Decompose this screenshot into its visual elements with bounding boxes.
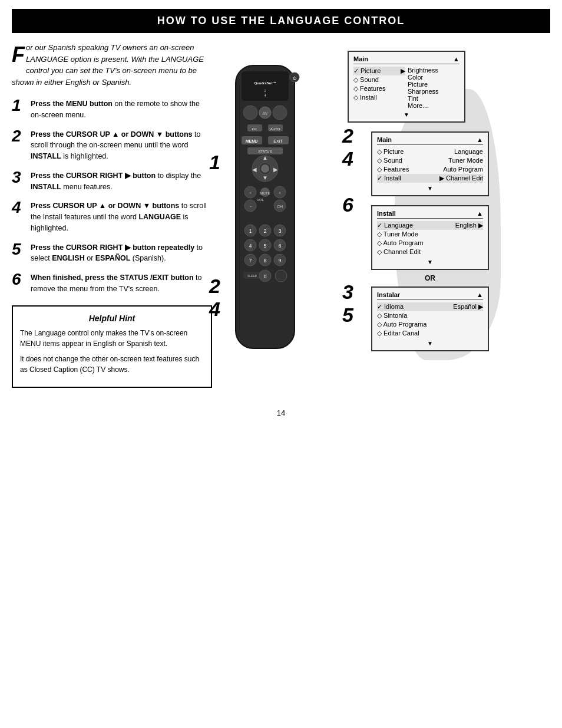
- menu-row-idioma: ✓ IdiomaEspañol ▶: [377, 302, 483, 311]
- svg-text:MUTE: MUTE: [260, 192, 270, 195]
- screen-left-1: ✓ Picture▶ ◇ Sound ◇ Features ◇ Install: [353, 67, 405, 109]
- svg-text:+: +: [249, 191, 252, 195]
- right-column: 1 24 246 35 QuadraSur™ 2 4 ⏻: [218, 42, 560, 388]
- menu-row-features-2: ◇ FeaturesAuto Program: [377, 165, 483, 174]
- svg-text:4: 4: [265, 94, 266, 97]
- step-3-text: Press the CURSOR RIGHT ▶ but­ton to disp…: [31, 170, 212, 193]
- sub-color: Color: [408, 74, 459, 81]
- svg-text:CC: CC: [252, 127, 257, 131]
- page-header: How to Use the Language Control: [12, 9, 550, 33]
- left-column: For our Spanish speaking TV owners an on…: [12, 42, 212, 388]
- svg-point-7: [243, 106, 257, 120]
- step-6: 6 When finished, press the STATUS /EXIT …: [12, 272, 212, 295]
- page-wrapper: How to Use the Language Control For our …: [0, 0, 562, 426]
- step-4-number: 4: [12, 199, 26, 216]
- screen-title-2: Main: [377, 136, 392, 143]
- svg-text:5: 5: [263, 243, 266, 249]
- sub-picture: Picture: [408, 81, 459, 88]
- step-3-number: 3: [12, 169, 26, 186]
- intro-paragraph: For our Spanish speaking TV owners an on…: [12, 42, 212, 88]
- svg-text:▲: ▲: [262, 154, 268, 161]
- menu-row-autoprograma: ◇ Auto Programa: [377, 320, 483, 329]
- svg-point-61: [275, 270, 287, 282]
- step-6-text: When finished, press the STATUS /EXIT bu…: [31, 272, 212, 295]
- sub-more: More...: [408, 102, 459, 109]
- svg-text:0: 0: [263, 274, 266, 279]
- step-3: 3 Press the CURSOR RIGHT ▶ but­ton to di…: [12, 170, 212, 193]
- hint-text-1: The Language control only makes the TV's…: [20, 328, 204, 349]
- or-label: OR: [371, 274, 489, 282]
- step-4: 4 Press CURSOR UP ▲ or DOWN ▼ buttons to…: [12, 200, 212, 233]
- menu-row-install: ◇ Install: [353, 93, 405, 102]
- helpful-hint-box: Helpful Hint The Language control only m…: [12, 305, 212, 388]
- svg-text:▶: ▶: [273, 166, 278, 173]
- menu-row-auto: ◇ Auto Program: [377, 239, 483, 248]
- screen-title-4: Instalar: [377, 291, 400, 298]
- svg-text:3: 3: [278, 228, 281, 234]
- step-badge-24-left: 24: [209, 275, 220, 321]
- step-2: 2 Press the CURSOR UP ▲ or DOWN ▼ button…: [12, 129, 212, 162]
- svg-text:◀: ◀: [252, 166, 257, 173]
- svg-text:AV: AV: [263, 111, 268, 116]
- arrow-up-2: ▲: [477, 136, 483, 143]
- step-5: 5 Press the CURSOR RIGHT ▶ but­ton repea…: [12, 242, 212, 265]
- screens-area: Main ▲ ✓ Picture▶ ◇ Sound ◇ Features ◇ I…: [324, 48, 489, 356]
- step-4-text: Press CURSOR UP ▲ or DOWN ▼ buttons to s…: [31, 200, 212, 233]
- screen-title-3: Install: [377, 210, 396, 217]
- svg-text:7: 7: [249, 258, 252, 263]
- main-content: For our Spanish speaking TV owners an on…: [0, 33, 562, 397]
- svg-text:2: 2: [265, 89, 266, 93]
- screen-footer-2: ▼: [377, 185, 483, 192]
- screen-main-menu-install: Main ▲ ◇ PictureLanguage ◇ SoundTuner Mo…: [371, 131, 489, 196]
- sub-brightness: Brightness: [408, 67, 459, 74]
- svg-text:9: 9: [278, 258, 281, 263]
- screen-footer-4: ▼: [377, 340, 483, 347]
- step-2-number: 2: [12, 128, 26, 144]
- sub-tint: Tint: [408, 95, 459, 102]
- svg-text:AUTO: AUTO: [270, 127, 280, 131]
- svg-text:+: +: [279, 191, 281, 195]
- intro-text: or our Spanish speaking TV owners an on-…: [12, 43, 204, 87]
- page-number: 14: [0, 409, 562, 426]
- svg-point-27: [261, 164, 269, 173]
- svg-text:2: 2: [263, 228, 266, 234]
- svg-text:SLEEP: SLEEP: [247, 274, 257, 278]
- hint-title: Helpful Hint: [20, 314, 204, 323]
- remote-svg: QuadraSur™ 2 4 ⏻ AV CC: [218, 60, 312, 354]
- svg-text:EXIT: EXIT: [273, 139, 283, 143]
- svg-text:⏻: ⏻: [293, 76, 297, 80]
- svg-text:1: 1: [249, 228, 252, 234]
- screen-header-1: Main ▲: [353, 55, 459, 64]
- menu-row-sound-2: ◇ SoundTuner Mode: [377, 156, 483, 165]
- hint-text-2: It does not change the other on-screen t…: [20, 354, 204, 375]
- arrow-up-1: ▲: [453, 55, 459, 62]
- step-1: 1 Press the MENU button on the remote to…: [12, 98, 212, 121]
- svg-text:▼: ▼: [262, 174, 268, 181]
- drop-cap: F: [12, 44, 25, 65]
- screen-header-4: Instalar ▲: [377, 291, 483, 300]
- svg-text:4: 4: [249, 243, 252, 249]
- menu-row-picture-2: ◇ PictureLanguage: [377, 147, 483, 156]
- step-1-number: 1: [12, 97, 26, 114]
- screen-right-1: Brightness Color Picture Sharpness Tint …: [408, 67, 459, 109]
- steps-list: 1 Press the MENU button on the remote to…: [12, 98, 212, 295]
- svg-point-8: [273, 106, 287, 120]
- screen-footer-1: ▼: [353, 111, 459, 118]
- step-badge-1: 1: [209, 151, 220, 174]
- screen-instalar-menu: Instalar ▲ ✓ IdiomaEspañol ▶ ◇ Sintonía …: [371, 286, 489, 351]
- step-1-text: Press the MENU button on the remote to s…: [31, 98, 212, 121]
- arrow-up-4: ▲: [477, 291, 483, 298]
- step-2-text: Press the CURSOR UP ▲ or DOWN ▼ buttons …: [31, 129, 212, 162]
- svg-text:VOL: VOL: [257, 198, 265, 202]
- menu-row-features: ◇ Features: [353, 84, 405, 93]
- screen-footer-3: ▼: [377, 259, 483, 265]
- arrow-up-3: ▲: [477, 210, 483, 217]
- page-num-text: 14: [277, 409, 285, 417]
- svg-text:STATUS: STATUS: [259, 150, 272, 153]
- svg-text:6: 6: [278, 243, 281, 249]
- screen-content-1: ✓ Picture▶ ◇ Sound ◇ Features ◇ Install …: [353, 67, 459, 109]
- screens-and-remote: 1 24 246 35 QuadraSur™ 2 4 ⏻: [218, 42, 560, 356]
- menu-row-sintonia: ◇ Sintonía: [377, 311, 483, 320]
- step-6-number: 6: [12, 271, 26, 288]
- menu-row-install-2: ✓ Install▶ Channel Edit: [377, 174, 483, 183]
